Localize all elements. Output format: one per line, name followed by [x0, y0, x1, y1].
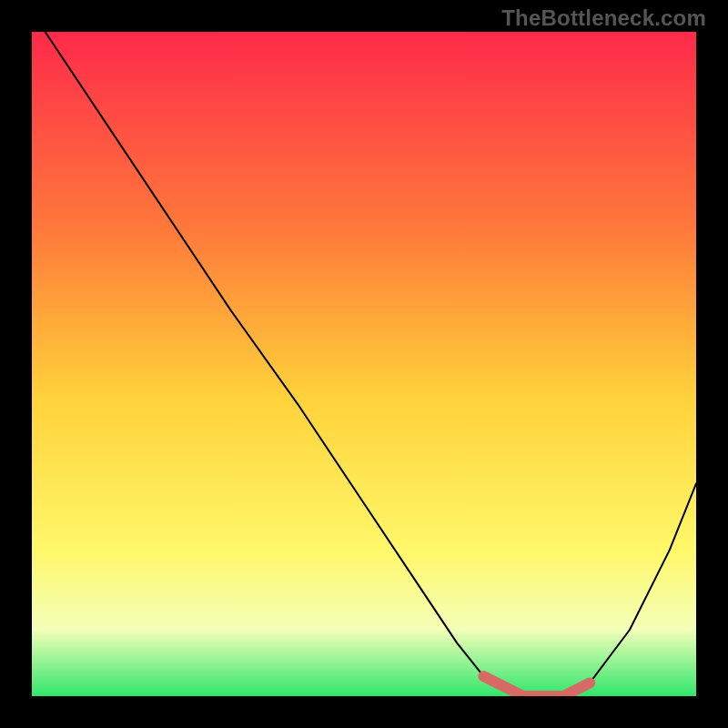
chart-svg: [0, 0, 728, 728]
chart-container: TheBottleneck.com: [0, 0, 728, 728]
watermark-text: TheBottleneck.com: [501, 5, 706, 31]
plot-background: [32, 32, 696, 696]
